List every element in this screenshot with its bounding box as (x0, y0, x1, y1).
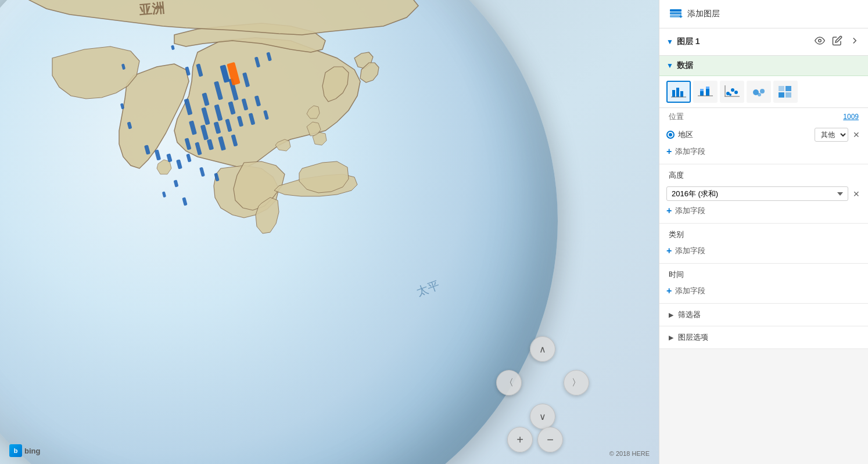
zoom-in-button[interactable]: + (507, 427, 533, 452)
svg-rect-71 (785, 92, 791, 98)
data-section: ▼ 数据 (659, 56, 868, 76)
chart-type-bar (659, 76, 868, 108)
add-time-field-button[interactable]: + 添加字段 (659, 283, 868, 298)
nav-up-button[interactable]: ∧ (530, 336, 555, 362)
position-count[interactable]: 1009 (843, 113, 859, 121)
svg-rect-47 (670, 9, 682, 12)
add-layer-button[interactable]: + 添加图层 (659, 0, 868, 28)
svg-rect-43 (162, 191, 166, 197)
svg-point-49 (819, 39, 822, 42)
position-field-name: 地区 (678, 130, 811, 140)
filter-label: 筛选器 (678, 310, 701, 320)
height-section: 高度 2016年 (求和) ✕ + 添加字段 (659, 164, 868, 224)
layer-1-header: ▼ 图层 1 (659, 28, 868, 56)
add-layer-icon: + (669, 7, 683, 21)
chart-type-scatter[interactable] (720, 81, 744, 103)
add-position-field-label: 添加字段 (675, 146, 705, 157)
position-field-dropdown[interactable]: 其他 (815, 128, 848, 142)
nav-left-button[interactable]: 〈 (496, 370, 522, 395)
layer-options-label: 图层选项 (678, 332, 708, 343)
data-section-arrow: ▼ (666, 62, 673, 70)
height-field-select[interactable]: 2016年 (求和) (666, 186, 848, 201)
nav-controls: ∧ 〈 〉 ∨ (496, 336, 589, 429)
right-panel: + 添加图层 ▼ 图层 1 (659, 0, 868, 464)
bing-label: bing (24, 447, 40, 455)
bing-logo: b bing (9, 444, 40, 457)
add-plus-icon: + (666, 146, 672, 157)
data-section-title: 数据 (677, 60, 693, 71)
add-category-field-button[interactable]: + 添加字段 (659, 243, 868, 258)
height-label: 高度 (659, 164, 868, 184)
nav-down-button[interactable]: ∨ (530, 404, 555, 429)
layer-more-icon[interactable] (848, 34, 861, 49)
svg-point-66 (760, 89, 765, 93)
svg-rect-50 (672, 90, 675, 97)
bing-icon: b (9, 444, 22, 457)
zoom-out-button[interactable]: − (537, 427, 563, 452)
add-height-plus-icon: + (666, 206, 672, 216)
add-position-field-button[interactable]: + 添加字段 (659, 144, 868, 159)
svg-text:亚洲: 亚洲 (138, 1, 165, 17)
height-field-row: 2016年 (求和) ✕ (659, 184, 868, 203)
copyright-text: © 2018 HERE (609, 450, 650, 457)
add-time-field-label: 添加字段 (675, 286, 705, 296)
svg-rect-57 (706, 87, 709, 89)
position-field-row: 地区 其他 ✕ (659, 125, 868, 144)
svg-rect-69 (785, 86, 791, 91)
add-category-field-label: 添加字段 (675, 246, 705, 256)
filter-section: ▶ 筛选器 (659, 304, 868, 326)
nav-right-button[interactable]: 〉 (564, 370, 589, 395)
svg-rect-39 (186, 153, 191, 162)
svg-rect-38 (171, 45, 175, 50)
add-time-plus-icon: + (666, 286, 672, 296)
layer-title: 图层 1 (677, 37, 810, 47)
layer-visibility-icon[interactable] (813, 34, 826, 49)
category-section: 类别 + 添加字段 (659, 224, 868, 264)
data-section-header[interactable]: ▼ 数据 (659, 56, 868, 75)
svg-rect-55 (700, 89, 704, 91)
chart-type-bubble[interactable] (747, 81, 771, 103)
svg-rect-54 (700, 91, 704, 96)
position-section: 位置 1009 地区 其他 ✕ + 添加字段 (659, 108, 868, 164)
layer-options-section: ▶ 图层选项 (659, 326, 868, 349)
svg-rect-52 (680, 91, 683, 97)
time-label: 时间 (659, 264, 868, 283)
svg-point-62 (729, 93, 731, 96)
layer-edit-icon[interactable] (831, 34, 844, 49)
add-height-field-label: 添加字段 (675, 206, 705, 216)
svg-rect-26 (155, 149, 161, 160)
svg-point-67 (758, 93, 761, 96)
filter-header[interactable]: ▶ 筛选器 (659, 304, 868, 326)
map-area[interactable]: 亚洲 太平 (0, 0, 659, 464)
svg-rect-56 (706, 89, 709, 96)
layer-options-arrow: ▶ (669, 334, 673, 341)
svg-point-61 (734, 91, 738, 94)
svg-rect-70 (779, 92, 784, 98)
category-label: 类别 (659, 224, 868, 243)
svg-rect-51 (676, 88, 679, 97)
filter-arrow: ▶ (669, 311, 673, 319)
add-layer-label: 添加图层 (687, 9, 720, 19)
svg-text:太平: 太平 (415, 278, 441, 298)
layer-options-header[interactable]: ▶ 图层选项 (659, 326, 868, 348)
chart-type-heatmap[interactable] (773, 81, 798, 103)
position-label: 位置 (669, 111, 684, 122)
time-section: 时间 + 添加字段 (659, 264, 868, 304)
layer-expand-arrow[interactable]: ▼ (666, 38, 673, 46)
svg-point-60 (731, 88, 734, 92)
height-field-close[interactable]: ✕ (852, 188, 861, 200)
chart-type-bar-stacked[interactable] (693, 81, 718, 103)
globe-land-svg: 亚洲 太平 (0, 0, 558, 464)
position-field-close[interactable]: ✕ (852, 129, 861, 141)
svg-rect-68 (779, 86, 784, 91)
zoom-controls: + − (507, 427, 563, 452)
position-field-radio[interactable] (666, 131, 675, 139)
add-height-field-button[interactable]: + 添加字段 (659, 203, 868, 218)
nav-ring: ∧ 〈 〉 ∨ (496, 336, 589, 429)
position-label-row: 位置 1009 (659, 108, 868, 125)
add-category-plus-icon: + (666, 246, 672, 256)
chart-type-bar-grouped[interactable] (666, 81, 691, 103)
svg-rect-40 (199, 167, 205, 177)
svg-rect-44 (182, 197, 187, 206)
svg-text:+: + (679, 13, 683, 20)
